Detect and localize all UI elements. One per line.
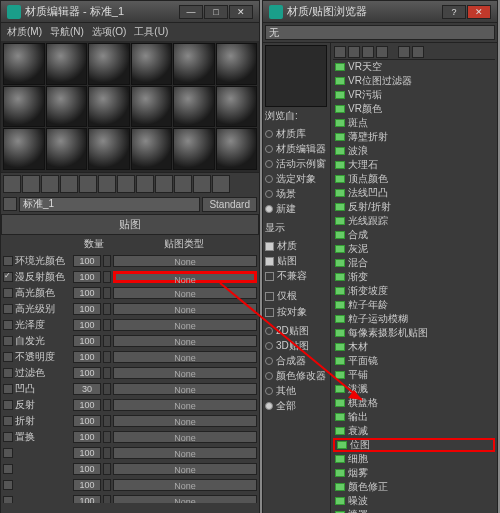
show-checkbox[interactable] [265, 272, 274, 281]
map-slot-button[interactable]: None [113, 399, 257, 411]
spinner-icon[interactable] [103, 463, 111, 475]
tree-item[interactable]: 细胞 [333, 452, 495, 466]
eyedropper-icon[interactable] [3, 197, 17, 211]
material-sample[interactable] [173, 128, 215, 170]
tree-item[interactable]: 位图 [333, 438, 495, 452]
map-amount[interactable]: 100 [73, 319, 101, 331]
map-enable-checkbox[interactable] [3, 432, 13, 442]
map-amount[interactable]: 100 [73, 431, 101, 443]
material-sample[interactable] [131, 86, 173, 128]
map-amount[interactable]: 100 [73, 351, 101, 363]
titlebar[interactable]: 材质编辑器 - 标准_1 — □ ✕ [1, 1, 259, 23]
tree-item[interactable]: 粒子运动模糊 [333, 312, 495, 326]
view-icon[interactable] [362, 46, 374, 58]
map-enable-checkbox[interactable] [3, 352, 13, 362]
map-slot-button[interactable]: None [113, 447, 257, 459]
filter-radio[interactable] [265, 327, 273, 335]
material-sample[interactable] [173, 43, 215, 85]
tree-item[interactable]: 渐变 [333, 270, 495, 284]
spinner-icon[interactable] [103, 431, 111, 443]
material-sample[interactable] [173, 86, 215, 128]
tool-icon[interactable] [212, 175, 230, 193]
material-sample[interactable] [3, 128, 45, 170]
map-amount[interactable]: 100 [73, 479, 101, 491]
minimize-button[interactable]: — [179, 5, 203, 19]
material-name-input[interactable] [19, 197, 200, 212]
map-slot-button[interactable]: None [113, 431, 257, 443]
tree-item[interactable]: VR污垢 [333, 88, 495, 102]
map-slot-button[interactable]: None [113, 303, 257, 315]
search-input[interactable] [265, 25, 495, 40]
tree-item[interactable]: 反射/折射 [333, 200, 495, 214]
tree-item[interactable]: 颜色修正 [333, 480, 495, 494]
map-amount[interactable]: 100 [73, 415, 101, 427]
map-enable-checkbox[interactable] [3, 480, 13, 490]
maps-rollout-title[interactable]: 贴图 [1, 214, 259, 235]
material-sample[interactable] [3, 86, 45, 128]
tool-icon[interactable] [60, 175, 78, 193]
spinner-icon[interactable] [103, 447, 111, 459]
tool-icon[interactable] [79, 175, 97, 193]
tree-item[interactable]: 输出 [333, 410, 495, 424]
map-slot-button[interactable]: None [113, 351, 257, 363]
material-sample[interactable] [46, 86, 88, 128]
spinner-icon[interactable] [103, 351, 111, 363]
material-sample[interactable] [88, 43, 130, 85]
map-amount[interactable]: 100 [73, 447, 101, 459]
map-enable-checkbox[interactable] [3, 272, 13, 282]
map-enable-checkbox[interactable] [3, 368, 13, 378]
tree-item[interactable]: 遮罩 [333, 508, 495, 513]
tool-icon[interactable] [98, 175, 116, 193]
material-sample[interactable] [216, 43, 258, 85]
map-slot-button[interactable]: None [113, 415, 257, 427]
menu-material[interactable]: 材质(M) [7, 25, 42, 39]
tree-item[interactable]: 薄壁折射 [333, 130, 495, 144]
map-enable-checkbox[interactable] [3, 384, 13, 394]
tool-icon[interactable] [136, 175, 154, 193]
spinner-icon[interactable] [103, 367, 111, 379]
by-object-checkbox[interactable] [265, 308, 274, 317]
tree-item[interactable]: 合成 [333, 228, 495, 242]
tool-icon[interactable] [193, 175, 211, 193]
tree-item[interactable]: VR位图过滤器 [333, 74, 495, 88]
map-enable-checkbox[interactable] [3, 496, 13, 503]
titlebar[interactable]: 材质/贴图浏览器 ? ✕ [263, 1, 497, 23]
tool-icon[interactable] [155, 175, 173, 193]
map-slot-button[interactable]: None [113, 319, 257, 331]
material-sample[interactable] [3, 43, 45, 85]
browse-radio[interactable] [265, 160, 273, 168]
show-checkbox[interactable] [265, 257, 274, 266]
tree-item[interactable]: 波浪 [333, 144, 495, 158]
map-enable-checkbox[interactable] [3, 464, 13, 474]
tree-item[interactable]: 法线凹凸 [333, 186, 495, 200]
map-amount[interactable]: 100 [73, 287, 101, 299]
map-amount[interactable]: 30 [73, 383, 101, 395]
view-icon[interactable] [412, 46, 424, 58]
browse-radio[interactable] [265, 130, 273, 138]
tree-item[interactable]: 渐变坡度 [333, 284, 495, 298]
tree-item[interactable]: 大理石 [333, 158, 495, 172]
map-slot-button[interactable]: None [113, 367, 257, 379]
tree-item[interactable]: 顶点颜色 [333, 172, 495, 186]
spinner-icon[interactable] [103, 287, 111, 299]
tree-item[interactable]: 斑点 [333, 116, 495, 130]
material-type-button[interactable]: Standard [202, 197, 257, 212]
spinner-icon[interactable] [103, 319, 111, 331]
tool-icon[interactable] [41, 175, 59, 193]
map-slot-button[interactable]: None [113, 383, 257, 395]
view-icon[interactable] [398, 46, 410, 58]
spinner-icon[interactable] [103, 479, 111, 491]
spinner-icon[interactable] [103, 271, 111, 283]
tree-item[interactable]: 光线跟踪 [333, 214, 495, 228]
map-amount[interactable]: 100 [73, 463, 101, 475]
tool-icon[interactable] [117, 175, 135, 193]
material-sample[interactable] [46, 128, 88, 170]
filter-radio[interactable] [265, 372, 273, 380]
spinner-icon[interactable] [103, 303, 111, 315]
browse-radio[interactable] [265, 175, 273, 183]
spinner-icon[interactable] [103, 399, 111, 411]
tree-item[interactable]: 灰泥 [333, 242, 495, 256]
tree-item[interactable]: 噪波 [333, 494, 495, 508]
tree-item[interactable]: 混合 [333, 256, 495, 270]
menu-options[interactable]: 选项(O) [92, 25, 126, 39]
